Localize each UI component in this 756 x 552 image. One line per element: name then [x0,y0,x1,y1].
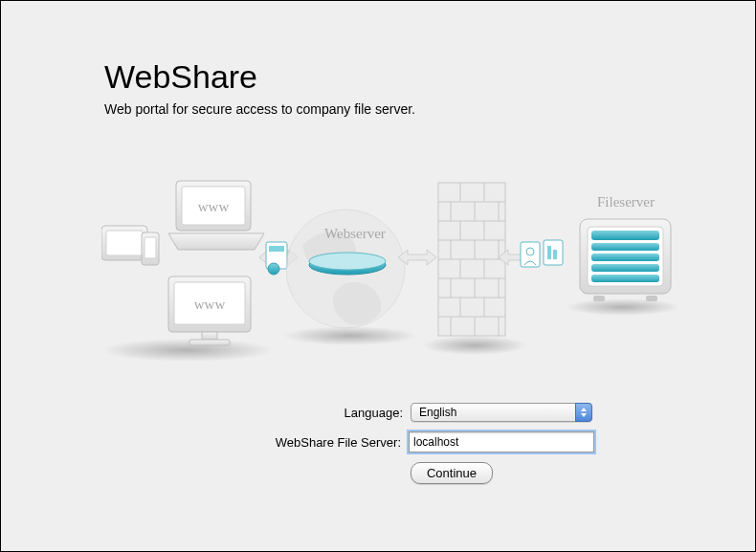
language-select[interactable]: English [411,403,592,422]
page-title: WebShare [104,58,415,96]
svg-point-3 [566,298,680,316]
svg-point-0 [101,339,274,362]
fileserver-label: Fileserver [597,194,655,210]
www-label: www [198,199,230,214]
laptop-icon: www [168,181,264,250]
www-label-2: www [194,297,226,312]
svg-rect-60 [593,296,605,301]
svg-rect-13 [189,340,230,345]
svg-rect-52 [553,250,557,259]
svg-rect-58 [591,264,659,272]
svg-rect-56 [591,243,659,251]
firewall-icon [438,183,505,336]
svg-rect-15 [269,246,284,252]
desktop-icon: www [168,276,251,345]
svg-rect-51 [547,246,551,259]
page-subtitle: Web portal for secure access to company … [104,101,415,117]
document-icon [544,240,563,265]
svg-point-16 [268,263,279,275]
svg-rect-12 [202,332,217,340]
tablet-icon [101,226,147,260]
svg-rect-57 [591,254,659,261]
webserver-icon [309,253,386,275]
svg-point-2 [422,336,527,355]
continue-button[interactable]: Continue [411,462,493,484]
svg-rect-55 [591,231,659,240]
document-icon [521,242,540,267]
svg-point-19 [309,253,386,270]
svg-rect-7 [145,237,156,258]
language-label: Language: [164,406,403,420]
file-icon [266,242,287,275]
svg-rect-61 [646,296,657,301]
server-input[interactable] [409,431,594,453]
svg-point-1 [283,326,417,345]
webserver-label: Webserver [324,226,386,241]
svg-rect-59 [591,275,659,282]
server-label: WebShare File Server: [162,435,401,450]
fileserver-icon [580,219,671,301]
svg-rect-48 [521,242,540,267]
phone-icon [142,232,159,265]
svg-rect-5 [106,231,143,255]
illustration: www www [101,173,685,364]
